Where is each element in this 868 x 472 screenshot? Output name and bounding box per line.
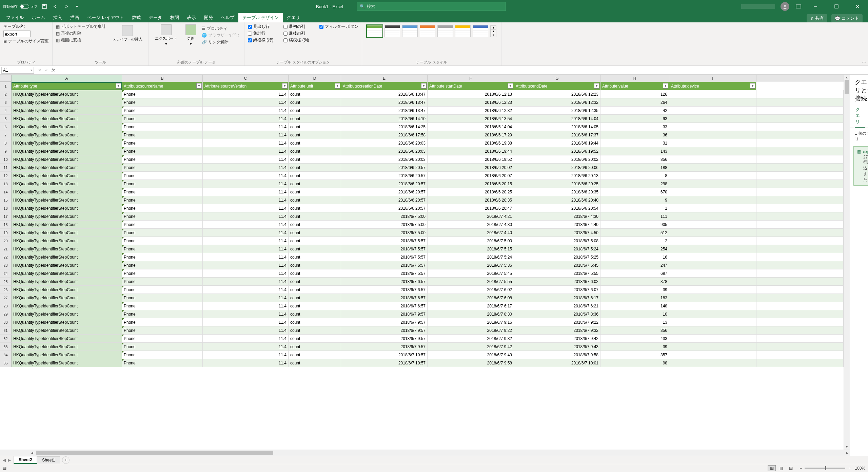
- cell[interactable]: 39: [600, 343, 669, 351]
- cell[interactable]: 2018/6/7 5:00: [341, 212, 428, 221]
- cell[interactable]: [669, 245, 756, 253]
- cell[interactable]: 2018/6/7 5:55: [428, 278, 514, 286]
- cell[interactable]: [669, 253, 756, 261]
- cell[interactable]: count: [289, 343, 341, 351]
- cell[interactable]: count: [289, 229, 341, 237]
- cell[interactable]: 2018/6/7 9:16: [428, 318, 514, 326]
- cell[interactable]: 2018/6/7 9:57: [341, 310, 428, 318]
- cell[interactable]: count: [289, 90, 341, 98]
- cell[interactable]: [669, 318, 756, 326]
- cell[interactable]: 11.4: [203, 286, 289, 294]
- search-box[interactable]: 🔍 検索: [357, 2, 506, 11]
- cell[interactable]: 2018/6/7 6:57: [341, 286, 428, 294]
- cell[interactable]: HKQuantityTypeIdentifierStepCount: [12, 359, 122, 367]
- query-item-export[interactable]: ▦export 27,036 行読み込まれました。 ◧: [853, 146, 868, 186]
- cell[interactable]: 2018/6/7 4:30: [428, 221, 514, 229]
- filter-dropdown-icon[interactable]: ▼: [421, 83, 427, 89]
- cell[interactable]: count: [289, 326, 341, 335]
- cell[interactable]: 512: [600, 229, 669, 237]
- tab-developer[interactable]: 開発: [200, 13, 217, 22]
- cell[interactable]: HKQuantityTypeIdentifierStepCount: [12, 286, 122, 294]
- cell[interactable]: 2018/6/6 13:54: [428, 115, 514, 123]
- cell[interactable]: 2018/6/6 20:57: [341, 180, 428, 188]
- cell[interactable]: Phone: [122, 310, 203, 318]
- cell[interactable]: Phone: [122, 164, 203, 172]
- cell[interactable]: 2018/6/7 9:32: [428, 335, 514, 343]
- cell[interactable]: [756, 253, 844, 261]
- cell[interactable]: 2018/6/7 5:24: [514, 245, 600, 253]
- cell[interactable]: 2018/6/7 6:17: [428, 302, 514, 310]
- cell[interactable]: 2018/6/7 5:57: [341, 253, 428, 261]
- cell[interactable]: 11.4: [203, 164, 289, 172]
- cell[interactable]: 2018/6/7 9:22: [514, 318, 600, 326]
- cell[interactable]: 2018/6/7 4:50: [514, 229, 600, 237]
- cell[interactable]: [756, 351, 844, 359]
- row-header[interactable]: 12: [0, 172, 12, 180]
- cell[interactable]: 2018/6/7 6:57: [341, 294, 428, 302]
- ribbon-display-icon[interactable]: [795, 3, 802, 10]
- export-button[interactable]: エクスポート▾: [152, 24, 180, 47]
- cell[interactable]: 2018/6/7 9:58: [514, 351, 600, 359]
- cell[interactable]: 2018/6/6 20:57: [341, 172, 428, 180]
- cell[interactable]: [756, 302, 844, 310]
- scroll-up-icon[interactable]: ▲: [844, 75, 850, 80]
- cell[interactable]: Phone: [122, 302, 203, 310]
- cell[interactable]: 2018/6/6 19:38: [428, 139, 514, 147]
- cell[interactable]: HKQuantityTypeIdentifierStepCount: [12, 237, 122, 245]
- cell[interactable]: 2018/6/7 5:57: [341, 261, 428, 269]
- cell[interactable]: HKQuantityTypeIdentifierStepCount: [12, 343, 122, 351]
- cell[interactable]: 905: [600, 221, 669, 229]
- horizontal-scrollbar[interactable]: ◀ ▶: [29, 450, 850, 456]
- cell[interactable]: [756, 229, 844, 237]
- cell[interactable]: Phone: [122, 261, 203, 269]
- cell[interactable]: count: [289, 253, 341, 261]
- cell[interactable]: HKQuantityTypeIdentifierStepCount: [12, 335, 122, 343]
- cell[interactable]: [756, 123, 844, 131]
- cell[interactable]: Phone: [122, 115, 203, 123]
- row-header[interactable]: 11: [0, 164, 12, 172]
- cell[interactable]: HKQuantityTypeIdentifierStepCount: [12, 310, 122, 318]
- row-header[interactable]: 27: [0, 294, 12, 302]
- cell[interactable]: count: [289, 123, 341, 131]
- cell[interactable]: 183: [600, 294, 669, 302]
- cell[interactable]: 11.4: [203, 326, 289, 335]
- cell[interactable]: 11.4: [203, 335, 289, 343]
- table-header-cell[interactable]: Attribute:sourceName▼: [122, 82, 203, 90]
- row-header[interactable]: 21: [0, 245, 12, 253]
- cell[interactable]: HKQuantityTypeIdentifierStepCount: [12, 98, 122, 107]
- cell[interactable]: 2018/6/6 14:04: [514, 115, 600, 123]
- cell[interactable]: 2018/6/7 6:07: [514, 286, 600, 294]
- row-header[interactable]: 16: [0, 204, 12, 212]
- cell[interactable]: Phone: [122, 269, 203, 278]
- cell[interactable]: 2018/6/6 20:03: [341, 139, 428, 147]
- scroll-down-icon[interactable]: ▼: [844, 444, 850, 450]
- cell[interactable]: HKQuantityTypeIdentifierStepCount: [12, 139, 122, 147]
- cell[interactable]: 2018/6/6 19:52: [514, 147, 600, 155]
- cell[interactable]: 143: [600, 147, 669, 155]
- row-header[interactable]: 29: [0, 310, 12, 318]
- cell[interactable]: 11.4: [203, 147, 289, 155]
- cell[interactable]: 2018/6/7 9:57: [341, 335, 428, 343]
- fx-icon[interactable]: fx: [52, 68, 55, 73]
- cell[interactable]: Phone: [122, 351, 203, 359]
- cell[interactable]: 2018/6/7 6:57: [341, 278, 428, 286]
- cell[interactable]: 2018/6/7 10:57: [341, 359, 428, 367]
- column-headers[interactable]: ABCDEFGHI: [0, 75, 844, 82]
- cancel-formula-icon[interactable]: ✕: [38, 68, 41, 73]
- cell[interactable]: count: [289, 107, 341, 115]
- cell[interactable]: [756, 326, 844, 335]
- row-header[interactable]: 18: [0, 221, 12, 229]
- cell[interactable]: 2018/6/6 20:07: [428, 172, 514, 180]
- scroll-left-icon[interactable]: ◀: [29, 450, 35, 456]
- filter-dropdown-icon[interactable]: ▼: [750, 83, 755, 89]
- cell[interactable]: Phone: [122, 90, 203, 98]
- cell[interactable]: [669, 172, 756, 180]
- cell[interactable]: Phone: [122, 212, 203, 221]
- filter-dropdown-icon[interactable]: ▼: [196, 83, 202, 89]
- cell[interactable]: HKQuantityTypeIdentifierStepCount: [12, 204, 122, 212]
- cell[interactable]: 11.4: [203, 245, 289, 253]
- row-header[interactable]: 17: [0, 212, 12, 221]
- cell[interactable]: 11.4: [203, 302, 289, 310]
- cell[interactable]: 2018/6/7 6:17: [514, 294, 600, 302]
- scroll-thumb-h[interactable]: [36, 451, 273, 455]
